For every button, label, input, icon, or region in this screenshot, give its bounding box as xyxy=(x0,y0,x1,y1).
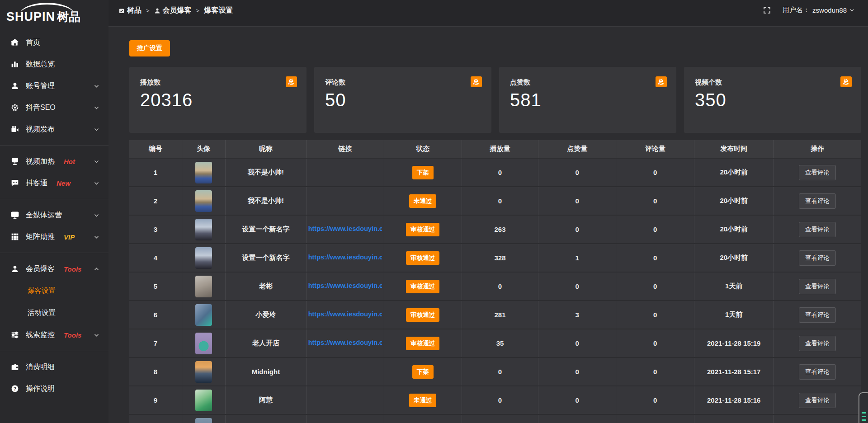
cell-time: 20小时前 xyxy=(694,187,774,215)
view-comments-button[interactable]: 查看评论 xyxy=(799,364,836,380)
user-icon xyxy=(11,82,19,90)
cell-nickname: 阿慧 xyxy=(225,386,307,414)
avatar xyxy=(195,276,212,297)
column-header-6: 点赞量 xyxy=(538,140,616,158)
cell-status: 审核通过 xyxy=(384,272,462,301)
column-header-5: 播放量 xyxy=(462,140,538,158)
avatar xyxy=(195,418,212,423)
view-comments-button[interactable]: 查看评论 xyxy=(799,165,836,180)
sidebar-item-media-ops[interactable]: 全媒体运营 xyxy=(0,204,108,226)
cell-plays: 281 xyxy=(462,301,538,329)
view-comments-button[interactable]: 查看评论 xyxy=(799,393,836,408)
status-badge[interactable]: 审核通过 xyxy=(406,251,439,265)
cell-time: 20小时前 xyxy=(694,158,774,187)
video-link[interactable]: https://www.iesdouyin.c xyxy=(308,310,382,318)
cell-link: https://www.iesdouyin.c xyxy=(307,329,384,357)
sidebar-item-account[interactable]: 账号管理 xyxy=(0,75,108,97)
cell-nickname: Midnight xyxy=(225,357,307,386)
gear-icon xyxy=(11,103,19,112)
chat-icon xyxy=(11,179,19,187)
cell-plays: 0 xyxy=(462,187,538,215)
video-link[interactable]: https://www.iesdouyin.c xyxy=(308,282,382,289)
status-badge[interactable]: 下架 xyxy=(412,365,434,379)
cell-no: 6 xyxy=(129,301,182,329)
cell-avatar xyxy=(182,272,226,301)
chevron-down-icon xyxy=(94,212,99,218)
cell-likes: 1 xyxy=(538,244,616,272)
sidebar-subitem-baoke-settings[interactable]: 爆客设置 xyxy=(0,280,108,302)
stat-card-label: 评论数 xyxy=(325,78,481,87)
view-comments-button[interactable]: 查看评论 xyxy=(799,193,836,209)
sidebar-item-overview[interactable]: 数据总览 xyxy=(0,53,108,75)
sidebar-item-video-heat[interactable]: 视频加热Hot xyxy=(0,150,108,172)
breadcrumb-item-member[interactable]: 会员爆客 xyxy=(154,6,192,15)
table-row: 7老人开店https://www.iesdouyin.c审核通过35002021… xyxy=(129,329,861,357)
scroll-widget[interactable] xyxy=(859,392,868,423)
chevron-down-icon xyxy=(94,105,99,111)
sidebar-item-consume-detail[interactable]: 消费明细 xyxy=(0,356,108,378)
sidebar-item-member-baoke[interactable]: 会员爆客Tools xyxy=(0,258,108,280)
menu-divider xyxy=(0,351,108,351)
status-badge[interactable]: 审核通过 xyxy=(406,280,439,293)
sidebar-item-matrix-boost[interactable]: 矩阵助推VIP xyxy=(0,226,108,248)
sidebar-item-label: 消费明细 xyxy=(26,362,55,372)
cell-nickname: 小爱玲 xyxy=(225,301,307,329)
sidebar-item-douketong[interactable]: 抖客通New xyxy=(0,172,108,194)
status-badge[interactable]: 下架 xyxy=(412,166,434,179)
menu-divider xyxy=(0,253,108,253)
sidebar-item-help[interactable]: ?操作说明 xyxy=(0,378,108,400)
monitor-icon xyxy=(11,211,19,219)
cell-action: 查看评论 xyxy=(774,357,861,386)
cell-comments: 0 xyxy=(616,301,694,329)
menu-tag: VIP xyxy=(64,233,75,241)
status-badge[interactable]: 审核通过 xyxy=(406,223,439,236)
view-comments-button[interactable]: 查看评论 xyxy=(799,307,836,323)
stat-card-label: 播放数 xyxy=(140,78,296,87)
cell-link: https://www.iesdouyin.c xyxy=(307,244,384,272)
sidebar-item-douyin-seo[interactable]: 抖音SEO xyxy=(0,97,108,118)
cell-plays: 35 xyxy=(462,329,538,357)
video-link[interactable]: https://www.iesdouyin.c xyxy=(308,225,382,232)
sidebar-item-home[interactable]: 首页 xyxy=(0,32,108,53)
user-dropdown[interactable]: 用户名：zswodun88 xyxy=(783,6,854,14)
chevron-down-icon xyxy=(849,8,854,13)
cell-link xyxy=(307,187,384,215)
menu-tag: Tools xyxy=(64,331,81,339)
view-comments-button[interactable]: 查看评论 xyxy=(799,279,836,294)
square-icon xyxy=(118,8,125,14)
column-header-8: 发布时间 xyxy=(694,140,774,158)
status-badge[interactable]: 未通过 xyxy=(409,394,437,407)
cell-action: 查看评论 xyxy=(774,272,861,301)
camera-icon xyxy=(11,125,19,133)
cell-nickname xyxy=(225,414,307,423)
promo-settings-button[interactable]: 推广设置 xyxy=(129,40,170,56)
svg-text:?: ? xyxy=(14,386,17,391)
view-comments-button[interactable]: 查看评论 xyxy=(799,336,836,351)
status-badge[interactable]: 审核通过 xyxy=(406,308,439,322)
fullscreen-icon[interactable] xyxy=(763,6,771,14)
sidebar: SHUPIN树品 首页数据总览账号管理抖音SEO视频发布视频加热Hot抖客通Ne… xyxy=(0,0,108,423)
sidebar-item-label: 矩阵助推 xyxy=(26,232,55,242)
sidebar-item-clue-monitor[interactable]: 线索监控Tools xyxy=(0,324,108,346)
cell-no: 9 xyxy=(129,386,182,414)
breadcrumb-item-shupin[interactable]: 树品 xyxy=(118,6,142,15)
sidebar-item-video-publish[interactable]: 视频发布 xyxy=(0,118,108,140)
cell-no: 8 xyxy=(129,357,182,386)
view-comments-button[interactable]: 查看评论 xyxy=(799,222,836,237)
cell-avatar xyxy=(182,301,226,329)
table-row: 2我不是小帅!未通过00020小时前查看评论 xyxy=(129,187,861,215)
sidebar-item-label: 会员爆客 xyxy=(26,264,55,274)
status-badge[interactable]: 审核通过 xyxy=(406,337,439,350)
cell-time: 2021-11-28 15:17 xyxy=(694,357,774,386)
status-badge[interactable]: 未通过 xyxy=(409,194,437,208)
sidebar-subitem-activity-settings[interactable]: 活动设置 xyxy=(0,302,108,324)
brand-logo[interactable]: SHUPIN树品 xyxy=(0,0,108,30)
view-comments-button[interactable]: 查看评论 xyxy=(799,250,836,266)
column-header-7: 评论量 xyxy=(616,140,694,158)
cell-no: 5 xyxy=(129,272,182,301)
cell-nickname: 我不是小帅! xyxy=(225,158,307,187)
video-link[interactable]: https://www.iesdouyin.c xyxy=(308,254,382,261)
column-header-2: 昵称 xyxy=(225,140,307,158)
video-link[interactable]: https://www.iesdouyin.c xyxy=(308,339,382,346)
cell-comments: 0 xyxy=(616,357,694,386)
